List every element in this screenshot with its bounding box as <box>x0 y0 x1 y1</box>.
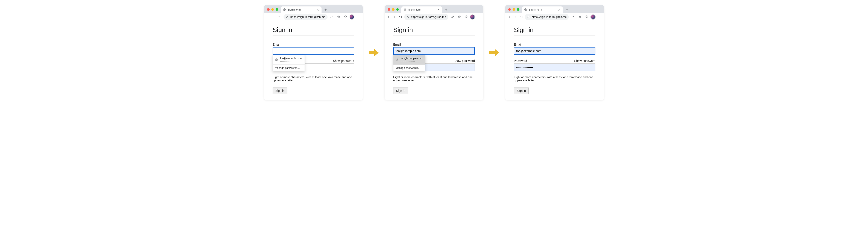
svg-rect-15 <box>528 17 529 18</box>
forward-button[interactable] <box>392 14 397 20</box>
page-heading: Sign in <box>393 26 475 33</box>
address-bar[interactable]: https://sign-in-form.glitch.me <box>525 14 569 20</box>
page-content: Sign in Email Password Show password Eig… <box>505 21 604 100</box>
sequence-arrow-icon <box>368 47 379 58</box>
suggestion-email: foo@example.com <box>280 57 302 60</box>
lock-icon <box>286 16 289 19</box>
menu-icon[interactable] <box>596 14 602 20</box>
browser-tab[interactable]: Signin form <box>522 6 563 13</box>
reload-button[interactable] <box>519 14 524 20</box>
star-icon[interactable] <box>456 14 462 20</box>
page-content: Sign in Email foo@example.com ••••••••••… <box>384 21 484 100</box>
password-hint: Eight or more characters, with at least … <box>273 76 354 82</box>
email-input[interactable] <box>273 47 354 55</box>
signin-button[interactable]: Sign in <box>393 87 408 94</box>
page-heading: Sign in <box>273 26 354 33</box>
tab-title: Signin form <box>288 8 315 11</box>
svg-point-3 <box>358 16 358 16</box>
forward-button[interactable] <box>272 14 276 20</box>
window-close[interactable] <box>508 8 511 11</box>
forward-button[interactable] <box>513 14 518 20</box>
extensions-icon[interactable] <box>343 14 348 20</box>
address-bar[interactable]: https://sign-in-form.glitch.me <box>404 14 448 20</box>
lock-icon <box>527 16 530 19</box>
globe-icon <box>396 58 399 61</box>
tab-close-icon[interactable] <box>316 8 319 11</box>
window-close[interactable] <box>388 8 390 11</box>
menu-icon[interactable] <box>355 14 361 20</box>
key-icon[interactable] <box>450 14 456 20</box>
tab-strip: Signin form <box>505 5 604 13</box>
svg-point-18 <box>599 17 599 17</box>
svg-point-4 <box>358 17 358 17</box>
password-field-wrap <box>514 63 595 71</box>
star-icon[interactable] <box>577 14 583 20</box>
back-button[interactable] <box>266 14 271 20</box>
back-button[interactable] <box>386 14 391 20</box>
address-bar[interactable]: https://sign-in-form.glitch.me <box>283 14 328 20</box>
globe-icon <box>275 58 278 61</box>
svg-rect-8 <box>407 17 408 18</box>
svg-rect-1 <box>286 17 288 18</box>
window-minimize[interactable] <box>513 8 515 11</box>
autofill-suggestion[interactable]: foo@example.com ••••••••••••••• <box>394 55 425 64</box>
page-heading: Sign in <box>514 26 595 33</box>
profile-avatar[interactable] <box>591 15 595 19</box>
url-text: https://sign-in-form.glitch.me <box>290 15 326 19</box>
email-input[interactable] <box>393 47 475 55</box>
signin-button[interactable]: Sign in <box>514 87 529 94</box>
browser-tab[interactable]: Signin form <box>281 6 321 13</box>
show-password-toggle[interactable]: Show password <box>333 59 354 62</box>
email-label: Email <box>393 43 475 46</box>
password-label: Password <box>514 59 527 62</box>
profile-avatar[interactable] <box>349 15 354 19</box>
show-password-toggle[interactable]: Show password <box>574 59 595 62</box>
email-field-wrap: foo@example.com ••••••••••••••• Manage p… <box>273 47 354 55</box>
reload-button[interactable] <box>398 14 403 20</box>
star-icon[interactable] <box>336 14 342 20</box>
svg-point-10 <box>478 16 479 16</box>
window-zoom[interactable] <box>276 8 278 11</box>
suggestion-email: foo@example.com <box>401 57 422 60</box>
new-tab-button[interactable] <box>323 7 329 12</box>
back-button[interactable] <box>507 14 512 20</box>
manage-passwords[interactable]: Manage passwords… <box>394 65 425 71</box>
email-input[interactable] <box>514 47 595 55</box>
extensions-icon[interactable] <box>584 14 590 20</box>
new-tab-button[interactable] <box>443 7 449 12</box>
reload-button[interactable] <box>278 14 282 20</box>
autofill-suggestion[interactable]: foo@example.com ••••••••••••••• <box>273 55 305 64</box>
new-tab-button[interactable] <box>564 7 570 12</box>
password-hint: Eight or more characters, with at least … <box>393 76 475 82</box>
extensions-icon[interactable] <box>463 14 469 20</box>
profile-avatar[interactable] <box>470 15 475 19</box>
browser-window-1: Signin form https://sign-in-form.glitch.… <box>264 5 363 100</box>
menu-icon[interactable] <box>476 14 482 20</box>
show-password-toggle[interactable]: Show password <box>454 59 475 62</box>
svg-point-12 <box>478 18 479 18</box>
browser-window-2: Signin form https://sign-in-form.glitch.… <box>384 5 484 100</box>
key-icon[interactable] <box>570 14 576 20</box>
email-field-wrap: foo@example.com ••••••••••••••• Manage p… <box>393 47 475 55</box>
manage-passwords[interactable]: Manage passwords… <box>273 65 305 71</box>
window-controls <box>507 8 521 13</box>
window-zoom[interactable] <box>396 8 399 11</box>
browser-tab[interactable]: Signin form <box>401 6 442 13</box>
key-icon[interactable] <box>329 14 335 20</box>
password-input[interactable] <box>514 63 595 71</box>
globe-icon <box>524 8 527 11</box>
signin-button[interactable]: Sign in <box>273 87 287 94</box>
page-content: Sign in Email foo@example.com ••••••••••… <box>264 21 363 100</box>
window-zoom[interactable] <box>517 8 520 11</box>
window-minimize[interactable] <box>271 8 274 11</box>
suggestion-password-dots: ••••••••••••••• <box>280 60 302 63</box>
tab-close-icon[interactable] <box>558 8 561 11</box>
window-close[interactable] <box>267 8 270 11</box>
globe-icon <box>283 8 286 11</box>
toolbar: https://sign-in-form.glitch.me <box>384 13 484 21</box>
svg-point-11 <box>478 17 479 17</box>
window-minimize[interactable] <box>392 8 395 11</box>
tab-close-icon[interactable] <box>437 8 440 11</box>
globe-icon <box>404 8 406 11</box>
tab-strip: Signin form <box>264 5 363 13</box>
